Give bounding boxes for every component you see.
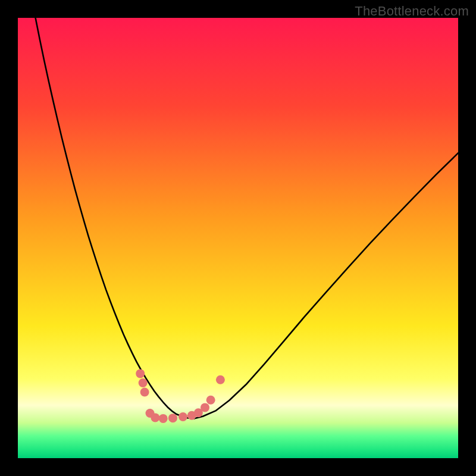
data-point	[206, 396, 215, 405]
data-point	[178, 412, 187, 421]
data-point	[151, 413, 159, 422]
data-point	[201, 403, 209, 412]
data-point	[159, 414, 168, 423]
chart-svg	[18, 18, 458, 458]
data-point	[168, 414, 177, 422]
plot-area	[18, 18, 458, 458]
data-point	[216, 375, 225, 384]
data-point	[139, 378, 148, 387]
data-point	[140, 388, 149, 397]
watermark-label: TheBottleneck.com	[355, 4, 469, 19]
chart-frame: TheBottleneck.com	[0, 0, 476, 476]
data-point	[136, 369, 145, 378]
